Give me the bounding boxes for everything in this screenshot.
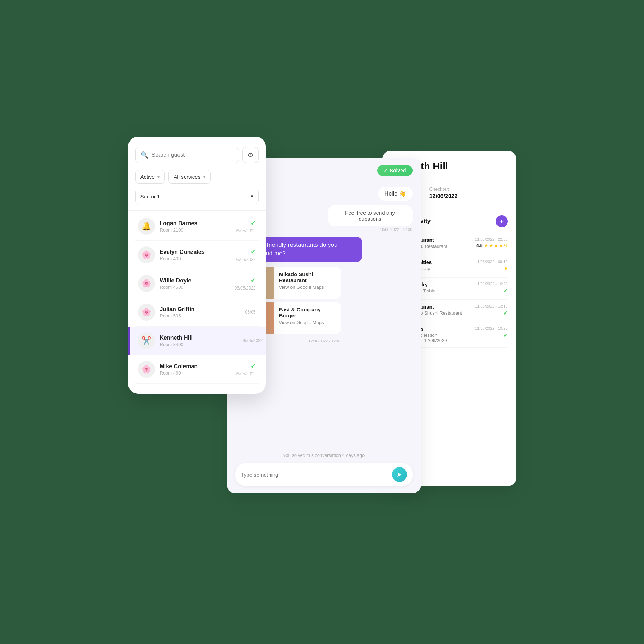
guest-info: Julian GriffinRoom 505 [160,306,240,318]
solved-notice: You solved this conversation 4 days ago [235,453,413,458]
guest-room: Room 505 [160,313,240,318]
half-star-icon: ½ [504,243,508,248]
guest-info: Willie DoyleRoom 4500 [160,278,230,290]
check-icon: ✔ [251,219,256,227]
stars-rating: 4.5★★★★½ [476,243,508,248]
search-box: 🔍 [135,147,239,163]
guest-item[interactable]: 🌸Willie DoyleRoom 4500✔06/05/2022 [135,269,259,298]
checkout-item: Checkout 12/06/2022 [429,186,458,199]
add-activity-button[interactable]: + [496,215,508,227]
status-pending-icon: ● [504,265,508,272]
guest-avatar: 🌸 [138,304,155,321]
sector-label: Sector 1 [140,193,160,199]
sector-dropdown[interactable]: Sector 1 ▾ [135,189,259,204]
guest-name: Julian Griffin [160,306,240,312]
guest-room: Room 400 [160,256,230,261]
app-container: 🔍 ⚙ Active ▾ All services ▾ Sector 1 ▾ [128,137,516,507]
guest-name: Evelyn Gonzales [160,249,230,255]
sushi-name: Mikado Sushi Restaurant [279,271,336,283]
guest-date: 06/05/2022 [234,228,255,233]
guest-date: 06/05/2022 [234,257,255,262]
guest-name: Mike Coleman [160,363,230,370]
filter-button[interactable]: ⚙ [242,147,259,163]
check-icon: ✓ [384,168,388,173]
guest-meta: 06/05 [245,310,255,315]
guest-item[interactable]: 🌸Evelyn GonzalesRoom 400✔06/05/2022 [135,241,259,269]
guest-item[interactable]: ✂️Kenneth HillRoom 340006/05/2022 [128,327,266,355]
guest-name: Willie Doyle [160,278,230,284]
guest-avatar: 🔔 [138,218,155,235]
guest-name: Kenneth Hill [160,335,237,341]
chevron-down-icon: ▾ [157,174,160,179]
guest-room: Room 4500 [160,285,230,290]
status-check-icon: ✔ [503,310,508,316]
service-dropdown[interactable]: All services ▾ [168,170,211,184]
guest-room: Room 460 [160,370,230,376]
star-icon: ★ [489,243,493,248]
star-icon: ★ [484,243,488,248]
send-icon: ➤ [397,471,402,478]
guest-avatar: 🌸 [138,275,155,292]
burger-link[interactable]: View on Google Maps [279,320,336,325]
guest-name: Logan Barnes [160,220,230,227]
check-icon: ✔ [251,276,256,284]
guest-room: Room 2100 [160,227,230,233]
guest-date: 06/05/2022 [241,338,263,343]
star-icon: ★ [494,243,498,248]
chat-input[interactable] [241,472,389,478]
guest-item[interactable]: 🌸Julian GriffinRoom 50506/05 [135,298,259,327]
hello-bubble: Hello 👋 [378,187,413,201]
solved-label: Solved [390,168,406,173]
message-text: Feel free to send any questions [345,210,395,222]
chevron-down-icon: ▾ [203,174,205,179]
search-row: 🔍 ⚙ [135,147,259,163]
activity-meta: 11/06/2022 - 09:10● [475,260,507,272]
activity-meta: 11/06/2022 - 10:20✔ [475,282,507,294]
guest-date: 06/05/2022 [234,286,255,291]
filter-row: Active ▾ All services ▾ [135,170,259,184]
check-icon: ✔ [251,362,256,370]
status-check-icon: ✔ [503,332,508,339]
rating-number: 4.5 [476,243,483,248]
check-icon: ✔ [251,248,256,256]
guest-info: Mike ColemanRoom 460 [160,363,230,376]
guest-date: 06/05/2022 [234,371,255,376]
filter-icon: ⚙ [248,151,253,159]
guest-meta: ✔06/05/2022 [234,219,255,233]
sushi-link[interactable]: View on Google Maps [279,285,336,290]
search-input[interactable] [152,152,234,158]
guest-info: Kenneth HillRoom 3400 [160,335,237,347]
solved-badge: ✓ Solved [377,165,413,176]
guest-avatar: ✂️ [138,332,155,349]
activity-time: 11/06/2022 - 10:20 [475,326,507,330]
send-button[interactable]: ➤ [392,467,407,482]
activity-time: 11/06/2022 - 09:10 [475,260,507,264]
status-label: Active [140,174,155,180]
guest-meta: ✔06/05/2022 [234,362,255,376]
guest-item[interactable]: 🔔Logan BarnesRoom 2100✔06/05/2022 [135,212,259,241]
guest-date: 06/05 [245,310,255,315]
activity-meta: 11/06/2022 - 22:304.5★★★★½ [475,237,507,248]
chat-footer: You solved this conversation 4 days ago … [227,447,421,493]
chevron-down-icon: ▾ [251,193,253,199]
guest-meta: 06/05/2022 [241,338,263,343]
activity-meta: 11/06/2022 - 10:20✔ [475,326,507,339]
guest-item[interactable]: 🌸Mike ColemanRoom 460✔06/05/2022 [135,355,259,384]
star-icon: ★ [499,243,503,248]
guest-avatar: 🌸 [138,246,155,263]
guest-meta: ✔06/05/2022 [234,276,255,291]
guest-list-panel: 🔍 ⚙ Active ▾ All services ▾ Sector 1 ▾ [128,137,266,394]
checkout-date: 12/06/2022 [429,193,458,199]
guest-avatar: 🌸 [138,361,155,378]
status-check-icon: ✔ [503,287,508,294]
activity-meta: 11/06/2022 - 13:19✔ [475,304,507,316]
activity-time: 11/06/2022 - 10:20 [475,282,507,286]
guest-meta: ✔06/05/2022 [234,248,255,262]
sector-row: Sector 1 ▾ [135,189,259,204]
message-time: 10/06/2022 - 12:30 [328,227,413,232]
status-dropdown[interactable]: Active ▾ [135,170,165,184]
chat-input-row: ➤ [235,463,413,486]
checkout-label: Checkout [429,186,458,192]
activity-time: 11/06/2022 - 22:30 [475,237,507,242]
search-icon: 🔍 [140,151,148,159]
